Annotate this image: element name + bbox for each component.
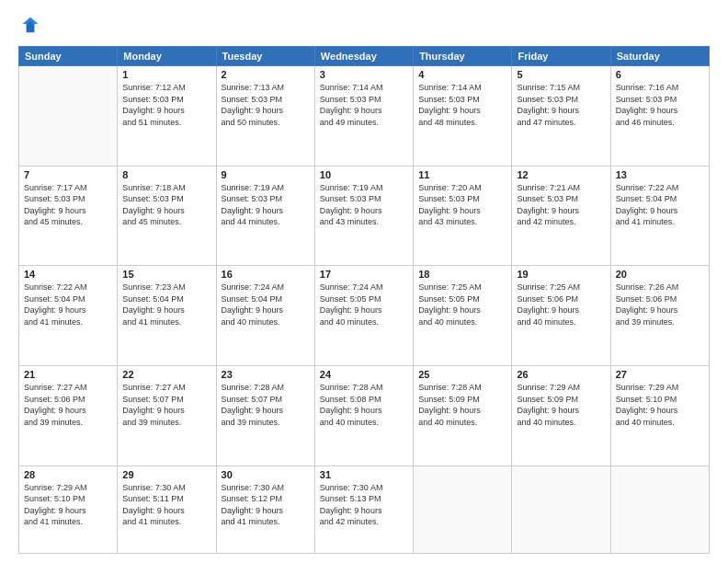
calendar-cell: 14Sunrise: 7:22 AMSunset: 5:04 PMDayligh… [19, 266, 118, 366]
day-number: 27 [616, 369, 704, 380]
calendar-week-0: 1Sunrise: 7:12 AMSunset: 5:03 PMDaylight… [19, 66, 710, 167]
calendar-cell: 26Sunrise: 7:29 AMSunset: 5:09 PMDayligh… [512, 365, 610, 465]
day-number: 19 [517, 269, 605, 280]
day-number: 23 [222, 369, 310, 380]
day-number: 29 [122, 469, 210, 480]
day-header-tuesday: Tuesday [216, 47, 314, 66]
calendar-cell: 30Sunrise: 7:30 AMSunset: 5:12 PMDayligh… [216, 465, 314, 553]
day-info: Sunrise: 7:26 AMSunset: 5:06 PMDaylight:… [616, 282, 704, 327]
day-number: 31 [320, 469, 408, 480]
calendar-cell: 23Sunrise: 7:28 AMSunset: 5:07 PMDayligh… [216, 365, 314, 465]
day-number: 4 [418, 69, 506, 80]
calendar-cell: 4Sunrise: 7:14 AMSunset: 5:03 PMDaylight… [414, 66, 512, 167]
day-number: 5 [517, 69, 605, 80]
day-info: Sunrise: 7:17 AMSunset: 5:03 PMDaylight:… [24, 182, 112, 228]
day-info: Sunrise: 7:22 AMSunset: 5:04 PMDaylight:… [24, 282, 112, 327]
day-number: 3 [320, 69, 408, 80]
day-number: 9 [222, 169, 310, 180]
day-number: 30 [222, 469, 310, 480]
day-info: Sunrise: 7:27 AMSunset: 5:07 PMDaylight:… [122, 382, 210, 428]
day-info: Sunrise: 7:25 AMSunset: 5:06 PMDaylight:… [517, 282, 605, 327]
calendar-cell: 22Sunrise: 7:27 AMSunset: 5:07 PMDayligh… [118, 365, 216, 465]
day-info: Sunrise: 7:27 AMSunset: 5:06 PMDaylight:… [24, 382, 112, 428]
day-number: 28 [24, 469, 112, 480]
day-info: Sunrise: 7:29 AMSunset: 5:09 PMDaylight:… [517, 382, 605, 428]
calendar-cell: 21Sunrise: 7:27 AMSunset: 5:06 PMDayligh… [19, 365, 118, 465]
day-info: Sunrise: 7:30 AMSunset: 5:11 PMDaylight:… [122, 482, 210, 528]
day-info: Sunrise: 7:28 AMSunset: 5:08 PMDaylight:… [320, 382, 408, 428]
day-info: Sunrise: 7:28 AMSunset: 5:09 PMDaylight:… [418, 382, 506, 428]
calendar-cell: 16Sunrise: 7:24 AMSunset: 5:04 PMDayligh… [216, 266, 314, 366]
calendar-cell: 9Sunrise: 7:19 AMSunset: 5:03 PMDaylight… [216, 166, 314, 266]
day-header-saturday: Saturday [610, 47, 709, 66]
calendar-cell [610, 465, 709, 553]
day-number: 7 [24, 169, 112, 180]
calendar-table: SundayMondayTuesdayWednesdayThursdayFrid… [18, 46, 710, 554]
day-info: Sunrise: 7:20 AMSunset: 5:03 PMDaylight:… [418, 182, 506, 228]
calendar-cell: 8Sunrise: 7:18 AMSunset: 5:03 PMDaylight… [118, 166, 216, 266]
day-number: 2 [222, 69, 310, 80]
calendar-cell: 5Sunrise: 7:15 AMSunset: 5:03 PMDaylight… [512, 66, 610, 167]
calendar-cell: 28Sunrise: 7:29 AMSunset: 5:10 PMDayligh… [19, 465, 118, 553]
page: SundayMondayTuesdayWednesdayThursdayFrid… [0, 0, 728, 563]
day-info: Sunrise: 7:19 AMSunset: 5:03 PMDaylight:… [222, 182, 310, 228]
day-header-monday: Monday [118, 47, 216, 66]
day-number: 13 [616, 169, 704, 180]
day-number: 21 [24, 369, 112, 380]
day-number: 25 [418, 369, 506, 380]
day-number: 17 [320, 269, 408, 280]
calendar-cell: 15Sunrise: 7:23 AMSunset: 5:04 PMDayligh… [118, 266, 216, 366]
logo-icon [20, 15, 40, 35]
day-info: Sunrise: 7:29 AMSunset: 5:10 PMDaylight:… [24, 482, 112, 528]
header [18, 15, 710, 39]
day-info: Sunrise: 7:30 AMSunset: 5:13 PMDaylight:… [320, 482, 408, 528]
calendar-cell: 17Sunrise: 7:24 AMSunset: 5:05 PMDayligh… [314, 266, 413, 366]
calendar-header-row: SundayMondayTuesdayWednesdayThursdayFrid… [19, 47, 710, 66]
day-number: 12 [517, 169, 605, 180]
calendar-week-2: 14Sunrise: 7:22 AMSunset: 5:04 PMDayligh… [19, 266, 710, 366]
calendar-cell: 10Sunrise: 7:19 AMSunset: 5:03 PMDayligh… [314, 166, 413, 266]
day-info: Sunrise: 7:15 AMSunset: 5:03 PMDaylight:… [517, 82, 605, 128]
day-number: 24 [320, 369, 408, 380]
calendar-cell: 13Sunrise: 7:22 AMSunset: 5:04 PMDayligh… [610, 166, 709, 266]
calendar-cell: 6Sunrise: 7:16 AMSunset: 5:03 PMDaylight… [610, 66, 709, 167]
day-number: 26 [517, 369, 605, 380]
day-number: 1 [122, 69, 210, 80]
day-number: 10 [320, 169, 408, 180]
day-info: Sunrise: 7:19 AMSunset: 5:03 PMDaylight:… [320, 182, 408, 228]
calendar-cell [414, 465, 512, 553]
day-info: Sunrise: 7:22 AMSunset: 5:04 PMDaylight:… [616, 182, 704, 228]
day-info: Sunrise: 7:23 AMSunset: 5:04 PMDaylight:… [122, 282, 210, 327]
day-info: Sunrise: 7:18 AMSunset: 5:03 PMDaylight:… [122, 182, 210, 228]
day-info: Sunrise: 7:28 AMSunset: 5:07 PMDaylight:… [222, 382, 310, 428]
calendar-week-3: 21Sunrise: 7:27 AMSunset: 5:06 PMDayligh… [19, 365, 710, 465]
calendar-cell: 7Sunrise: 7:17 AMSunset: 5:03 PMDaylight… [19, 166, 118, 266]
calendar-cell: 24Sunrise: 7:28 AMSunset: 5:08 PMDayligh… [314, 365, 413, 465]
calendar-cell [512, 465, 610, 553]
calendar-cell: 31Sunrise: 7:30 AMSunset: 5:13 PMDayligh… [314, 465, 413, 553]
calendar-cell [19, 66, 118, 167]
day-header-wednesday: Wednesday [314, 47, 413, 66]
day-number: 11 [418, 169, 506, 180]
day-number: 8 [122, 169, 210, 180]
day-number: 15 [122, 269, 210, 280]
day-number: 18 [418, 269, 506, 280]
day-number: 14 [24, 269, 112, 280]
calendar-cell: 2Sunrise: 7:13 AMSunset: 5:03 PMDaylight… [216, 66, 314, 167]
day-number: 16 [222, 269, 310, 280]
day-info: Sunrise: 7:14 AMSunset: 5:03 PMDaylight:… [320, 82, 408, 128]
day-info: Sunrise: 7:21 AMSunset: 5:03 PMDaylight:… [517, 182, 605, 228]
day-info: Sunrise: 7:12 AMSunset: 5:03 PMDaylight:… [122, 82, 210, 128]
day-info: Sunrise: 7:24 AMSunset: 5:04 PMDaylight:… [222, 282, 310, 327]
day-info: Sunrise: 7:16 AMSunset: 5:03 PMDaylight:… [616, 82, 704, 128]
day-header-thursday: Thursday [414, 47, 512, 66]
day-header-sunday: Sunday [19, 47, 118, 66]
day-header-friday: Friday [512, 47, 610, 66]
calendar-cell: 27Sunrise: 7:29 AMSunset: 5:10 PMDayligh… [610, 365, 709, 465]
day-number: 6 [616, 69, 704, 80]
calendar-cell: 3Sunrise: 7:14 AMSunset: 5:03 PMDaylight… [314, 66, 413, 167]
calendar-week-4: 28Sunrise: 7:29 AMSunset: 5:10 PMDayligh… [19, 465, 710, 553]
logo [18, 15, 42, 39]
day-info: Sunrise: 7:29 AMSunset: 5:10 PMDaylight:… [616, 382, 704, 428]
day-number: 22 [122, 369, 210, 380]
